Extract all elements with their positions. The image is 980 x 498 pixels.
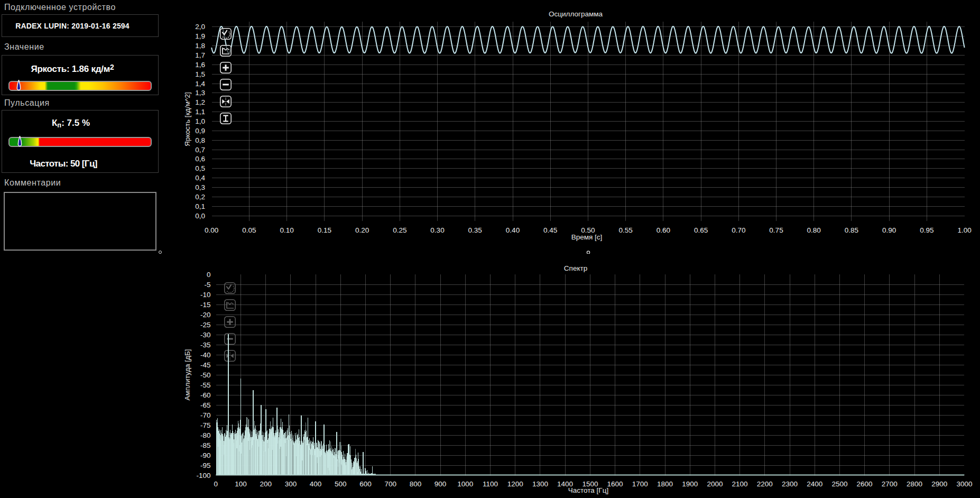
svg-text:400: 400 <box>310 480 322 488</box>
svg-text:-15: -15 <box>200 301 211 309</box>
svg-text:2900: 2900 <box>931 480 947 488</box>
svg-text:1800: 1800 <box>657 480 673 488</box>
svg-text:1,2: 1,2 <box>195 98 205 106</box>
svg-text:0.65: 0.65 <box>694 226 708 234</box>
svg-text:0: 0 <box>214 480 218 488</box>
svg-text:-20: -20 <box>200 311 211 319</box>
svg-text:1,8: 1,8 <box>195 42 205 50</box>
svg-text:1700: 1700 <box>632 480 648 488</box>
svg-text:1900: 1900 <box>682 480 698 488</box>
svg-text:-60: -60 <box>200 391 211 399</box>
svg-text:1,7: 1,7 <box>195 51 205 59</box>
svg-text:1,5: 1,5 <box>195 70 205 78</box>
svg-text:0,7: 0,7 <box>195 146 205 154</box>
svg-text:2500: 2500 <box>831 480 847 488</box>
svg-text:Время [с]: Время [с] <box>571 233 603 241</box>
svg-text:0.85: 0.85 <box>845 226 858 234</box>
svg-text:0,4: 0,4 <box>195 174 205 182</box>
svg-text:-100: -100 <box>196 472 210 479</box>
svg-text:2800: 2800 <box>907 480 922 488</box>
svg-text:-70: -70 <box>200 411 211 419</box>
svg-text:0.30: 0.30 <box>430 226 444 234</box>
svg-text:-30: -30 <box>200 331 211 339</box>
svg-text:1000: 1000 <box>457 480 473 488</box>
svg-text:1300: 1300 <box>532 480 548 488</box>
svg-text:-10: -10 <box>200 291 211 299</box>
svg-text:1600: 1600 <box>607 480 623 488</box>
svg-text:1100: 1100 <box>483 480 498 488</box>
svg-text:1,0: 1,0 <box>195 117 205 125</box>
svg-text:2700: 2700 <box>882 480 898 488</box>
svg-text:0.20: 0.20 <box>355 226 369 234</box>
svg-text:200: 200 <box>260 480 272 488</box>
svg-text:-85: -85 <box>200 441 211 449</box>
svg-text:0,9: 0,9 <box>195 127 205 135</box>
svg-text:0,6: 0,6 <box>195 155 205 163</box>
svg-text:2600: 2600 <box>857 480 873 488</box>
svg-text:300: 300 <box>285 480 297 488</box>
svg-text:-65: -65 <box>200 401 211 409</box>
svg-text:0,0: 0,0 <box>195 212 205 220</box>
svg-text:Спектр: Спектр <box>564 264 587 272</box>
svg-text:0,3: 0,3 <box>195 183 205 191</box>
svg-text:0,8: 0,8 <box>195 136 205 144</box>
svg-text:-90: -90 <box>200 451 211 459</box>
svg-text:Амплитуда [дБ]: Амплитуда [дБ] <box>183 349 191 400</box>
svg-text:1,4: 1,4 <box>195 80 205 88</box>
svg-text:2300: 2300 <box>782 480 798 488</box>
svg-text:Частота [Гц]: Частота [Гц] <box>568 486 608 494</box>
svg-text:-40: -40 <box>200 351 211 359</box>
svg-text:0.75: 0.75 <box>769 226 783 234</box>
svg-text:0.35: 0.35 <box>468 226 482 234</box>
svg-text:-75: -75 <box>200 421 211 429</box>
svg-text:600: 600 <box>359 480 372 488</box>
svg-text:0,1: 0,1 <box>195 202 205 210</box>
svg-text:2200: 2200 <box>757 480 773 488</box>
svg-text:1,9: 1,9 <box>195 32 205 40</box>
svg-text:-5: -5 <box>204 281 210 289</box>
svg-text:Яркость [кд/м^2]: Яркость [кд/м^2] <box>183 92 191 146</box>
svg-text:0.55: 0.55 <box>618 226 632 234</box>
svg-text:0.25: 0.25 <box>393 226 406 234</box>
svg-text:800: 800 <box>410 480 422 488</box>
svg-text:0.00: 0.00 <box>205 226 218 234</box>
svg-text:0.15: 0.15 <box>318 226 331 234</box>
svg-text:0.80: 0.80 <box>807 226 821 234</box>
svg-text:-25: -25 <box>200 321 211 329</box>
svg-text:500: 500 <box>335 480 347 488</box>
svg-text:0.05: 0.05 <box>242 226 256 234</box>
svg-text:0.60: 0.60 <box>657 226 670 234</box>
svg-text:-50: -50 <box>200 371 211 379</box>
svg-text:2400: 2400 <box>807 480 822 488</box>
svg-text:3000: 3000 <box>956 480 972 488</box>
svg-text:1,3: 1,3 <box>195 89 205 97</box>
svg-text:2000: 2000 <box>707 480 723 488</box>
svg-text:0,5: 0,5 <box>195 164 205 172</box>
svg-text:1.00: 1.00 <box>957 226 971 234</box>
svg-text:0.10: 0.10 <box>280 226 293 234</box>
svg-text:900: 900 <box>434 480 447 488</box>
svg-text:-35: -35 <box>200 341 211 349</box>
svg-text:1,1: 1,1 <box>195 108 205 116</box>
svg-text:700: 700 <box>384 480 396 488</box>
svg-text:100: 100 <box>235 480 247 488</box>
svg-text:Осциллограмма: Осциллограмма <box>549 10 603 18</box>
svg-text:1,6: 1,6 <box>195 61 205 69</box>
svg-text:0.70: 0.70 <box>732 226 745 234</box>
svg-text:0.40: 0.40 <box>506 226 520 234</box>
svg-text:2100: 2100 <box>732 480 748 488</box>
svg-text:0,2: 0,2 <box>195 193 205 201</box>
svg-text:-55: -55 <box>200 381 211 389</box>
svg-text:0.95: 0.95 <box>920 226 933 234</box>
svg-text:0.90: 0.90 <box>882 226 896 234</box>
svg-text:-80: -80 <box>200 431 211 439</box>
svg-text:-45: -45 <box>200 361 211 369</box>
svg-text:0: 0 <box>207 271 211 279</box>
svg-text:1200: 1200 <box>507 480 523 488</box>
svg-text:-95: -95 <box>200 462 211 469</box>
svg-text:2,0: 2,0 <box>195 23 205 31</box>
svg-text:0.45: 0.45 <box>543 226 557 234</box>
